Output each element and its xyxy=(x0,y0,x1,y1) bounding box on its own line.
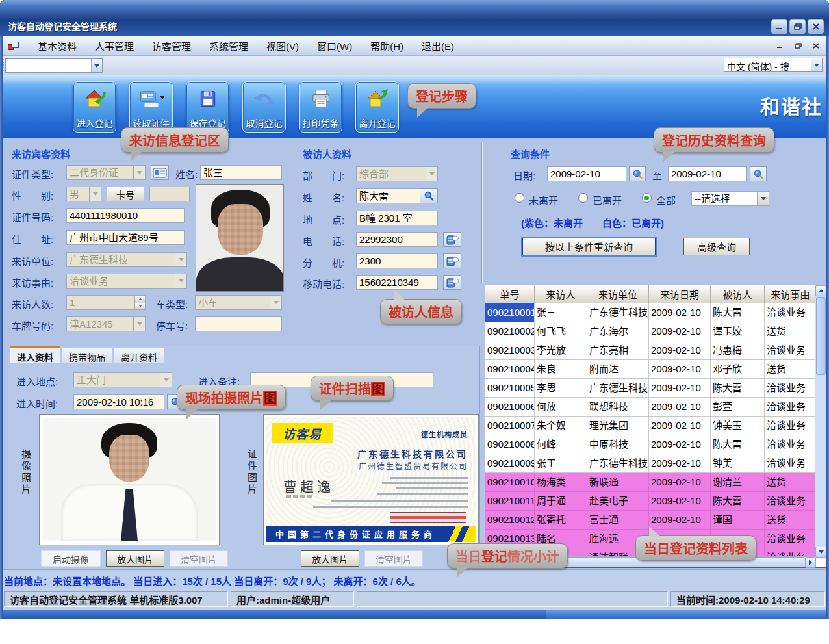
card-number-button[interactable]: 卡号 xyxy=(107,187,144,201)
table-row[interactable]: 090210007朱个奴理光集团2009-02-10钟美玉洽谈业务 xyxy=(485,417,816,435)
radio-all[interactable] xyxy=(642,193,652,203)
read-id-button[interactable]: 读取证件 xyxy=(129,81,173,133)
cell-id[interactable]: 090210001 xyxy=(485,303,535,322)
parking-input[interactable] xyxy=(195,316,282,331)
menu-item-visitor[interactable]: 访客管理 xyxy=(143,36,200,55)
date-from-input[interactable]: 2009-02-10 xyxy=(547,166,626,181)
tab-leave-info[interactable]: 离开资料 xyxy=(114,348,164,363)
table-row[interactable]: 090210004朱良附而达2009-02-10邓子欣送货 xyxy=(485,360,816,379)
cell-unit[interactable]: 广东德生科技 xyxy=(587,379,649,398)
cell-unit[interactable]: 理光集团 xyxy=(587,417,649,435)
cancel-register-button[interactable]: 取消登记 xyxy=(242,81,286,133)
cell-unit[interactable]: 广东德生科技 xyxy=(587,454,649,473)
cell-visitor[interactable]: 李思 xyxy=(535,379,587,398)
cell-visited[interactable]: 钟美玉 xyxy=(711,417,765,435)
cell-id[interactable]: 090210005 xyxy=(485,379,535,398)
cell-visitor[interactable]: 李光放 xyxy=(535,341,587,360)
table-row[interactable]: 090210008何峰中原科技2009-02-10陈大雷洽谈业务 xyxy=(485,435,816,454)
mdi-minimize-button[interactable] xyxy=(773,39,786,52)
cell-visitor[interactable]: 周于通 xyxy=(535,492,587,511)
scroll-up-icon[interactable] xyxy=(815,285,826,296)
leave-register-button[interactable]: 离开登记 xyxy=(355,81,399,133)
menu-item-help[interactable]: 帮助(H) xyxy=(361,36,413,55)
table-row[interactable]: 090210009张工广东德生科技2009-02-10钟美洽谈业务 xyxy=(485,454,816,473)
cell-visited[interactable]: 彭萱 xyxy=(711,398,765,417)
cell-id[interactable]: 090210006 xyxy=(485,398,535,417)
cell-reason[interactable]: 送货 xyxy=(765,473,816,492)
card-number-input[interactable] xyxy=(149,187,190,201)
cell-visitor[interactable]: 张工 xyxy=(535,454,587,473)
table-row[interactable]: 090210003李光放广东亮相2009-02-10冯惠梅洽谈业务 xyxy=(485,341,816,360)
dial-ext-button[interactable] xyxy=(443,253,461,268)
stepper-up-icon[interactable] xyxy=(135,296,145,303)
tab-carried-items[interactable]: 携带物品 xyxy=(62,348,112,363)
close-button[interactable] xyxy=(808,19,824,34)
vertical-scrollbar[interactable] xyxy=(815,285,826,558)
table-row[interactable]: 090210010杨海类新联通2009-02-10谢清兰送货 xyxy=(485,473,816,492)
cell-visitor[interactable]: 何飞飞 xyxy=(535,322,587,341)
language-selector[interactable]: 中文 (简体) - 搜 xyxy=(724,58,823,72)
mobile-input[interactable]: 15602210349 xyxy=(356,275,438,290)
cell-date[interactable]: 2009-02-10 xyxy=(649,379,711,398)
cell-visitor[interactable]: 朱良 xyxy=(535,360,587,379)
enter-register-button[interactable]: 进入登记 xyxy=(73,81,116,133)
date-from-picker-button[interactable] xyxy=(629,166,646,181)
cell-reason[interactable]: 洽谈业务 xyxy=(765,454,816,473)
address-input[interactable]: 广州市中山大道89号 xyxy=(66,230,185,245)
cell-reason[interactable]: 洽谈业务 xyxy=(765,492,816,511)
cell-visitor[interactable]: 张三 xyxy=(535,303,587,322)
menu-item-hr[interactable]: 人事管理 xyxy=(86,36,143,55)
tab-entry-info[interactable]: 进入资料 xyxy=(10,346,60,363)
start-camera-button[interactable]: 启动摄像 xyxy=(41,550,101,567)
cell-visited[interactable]: 陈大雷 xyxy=(711,492,765,511)
cell-unit[interactable]: 附而达 xyxy=(587,360,649,379)
cell-date[interactable]: 2009-02-10 xyxy=(649,454,711,473)
cell-unit[interactable]: 广东亮相 xyxy=(587,341,649,360)
cell-visited[interactable]: 陈大雷 xyxy=(711,303,765,322)
cell-visited[interactable]: 谭玉姣 xyxy=(711,322,765,341)
table-row[interactable]: 090210005李思广东德生科技2009-02-10陈大雷洽谈业务 xyxy=(485,379,816,398)
header-visitor[interactable]: 来访人 xyxy=(535,285,587,303)
location-input[interactable]: B幢 2301 室 xyxy=(356,211,438,225)
car-type-select[interactable]: 小车 xyxy=(195,295,282,310)
cell-unit[interactable]: 赴美电子 xyxy=(587,492,649,511)
cell-date[interactable]: 2009-02-10 xyxy=(649,322,711,341)
mdi-close-button[interactable] xyxy=(810,39,823,52)
cell-visited[interactable]: 邓子欣 xyxy=(711,360,765,379)
radio-left[interactable] xyxy=(578,193,588,203)
cell-reason[interactable]: 送货 xyxy=(765,360,816,379)
cell-id[interactable]: 090210009 xyxy=(485,454,535,473)
cell-reason[interactable]: 洽谈业务 xyxy=(765,341,816,360)
cell-id[interactable]: 090210010 xyxy=(485,473,535,492)
cell-reason[interactable]: 洽谈业务 xyxy=(765,530,816,548)
dial-mobile-button[interactable] xyxy=(443,275,461,290)
cell-date[interactable]: 2009-02-10 xyxy=(649,417,711,435)
cell-reason[interactable]: 洽谈业务 xyxy=(765,435,816,454)
interviewee-search-button[interactable] xyxy=(420,188,438,203)
cell-unit[interactable]: 广东海尔 xyxy=(587,322,649,341)
menu-item-window[interactable]: 窗口(W) xyxy=(308,36,361,55)
cell-visitor[interactable]: 何峰 xyxy=(535,435,587,454)
cell-unit[interactable]: 广东德生科技 xyxy=(587,303,649,322)
visit-unit-select[interactable]: 广东德生科技 xyxy=(66,252,187,267)
cell-visited[interactable]: 谭国 xyxy=(711,511,765,530)
cell-id[interactable]: 090210012 xyxy=(485,511,535,530)
chevron-down-icon[interactable] xyxy=(811,58,822,71)
quick-combo[interactable] xyxy=(5,58,103,73)
visitor-name-input[interactable]: 张三 xyxy=(200,165,282,180)
menu-item-system[interactable]: 系统管理 xyxy=(200,36,257,55)
cell-id[interactable]: 090210002 xyxy=(485,322,535,341)
cell-reason[interactable]: 送货 xyxy=(765,511,816,530)
table-row[interactable]: 090210001张三广东德生科技2009-02-10陈大雷洽谈业务 xyxy=(485,303,816,322)
menu-item-basic[interactable]: 基本资料 xyxy=(29,36,86,55)
cell-date[interactable]: 2009-02-10 xyxy=(649,398,711,417)
visitor-count-stepper[interactable]: 1 xyxy=(66,295,146,310)
header-visited[interactable]: 被访人 xyxy=(711,285,765,303)
visit-reason-select[interactable]: 洽谈业务 xyxy=(66,274,187,289)
cell-visited[interactable]: 陈大雷 xyxy=(711,379,765,398)
cell-visited[interactable]: 钟美 xyxy=(711,454,765,473)
cell-date[interactable]: 2009-02-10 xyxy=(649,435,711,454)
stepper-down-icon[interactable] xyxy=(135,303,145,310)
cell-visitor[interactable]: 张寄托 xyxy=(535,511,587,530)
cell-visitor[interactable]: 杨海类 xyxy=(535,473,587,492)
